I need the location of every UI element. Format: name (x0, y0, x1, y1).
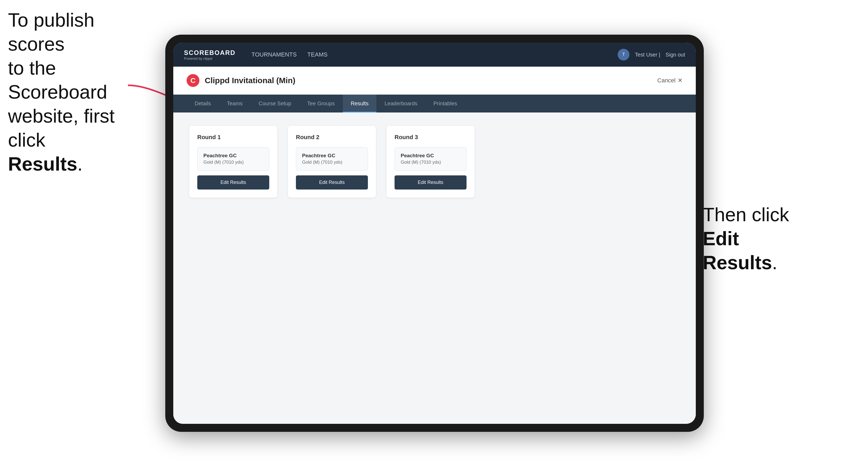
nav-teams[interactable]: TEAMS (307, 49, 328, 60)
tablet-screen: SCOREBOARD Powered by clippd TOURNAMENTS… (173, 43, 696, 424)
tab-results[interactable]: Results (343, 95, 377, 113)
tab-details[interactable]: Details (187, 95, 219, 113)
main-content: Round 1 Peachtree GC Gold (M) (7010 yds)… (173, 113, 696, 424)
user-avatar: T (618, 49, 629, 61)
cancel-button[interactable]: Cancel ✕ (657, 77, 682, 84)
round-3-course-name: Peachtree GC (401, 153, 460, 159)
round-2-edit-results-button[interactable]: Edit Results (296, 176, 368, 189)
instruction-line-2: to the Scoreboard (8, 57, 107, 103)
tab-printables[interactable]: Printables (426, 95, 465, 113)
round-2-card: Round 2 Peachtree GC Gold (M) (7010 yds)… (288, 126, 376, 197)
instruction-2-line-1: Then click (703, 204, 789, 225)
instruction-results-bold: Results (8, 153, 77, 175)
tournament-title-row: C Clippd Invitational (Min) (187, 74, 296, 87)
nav-links: TOURNAMENTS TEAMS (251, 49, 618, 60)
round-3-title: Round 3 (395, 134, 467, 141)
logo-title: SCOREBOARD (184, 49, 236, 57)
logo-area: SCOREBOARD Powered by clippd (184, 49, 236, 61)
sign-out-link[interactable]: Sign out (666, 52, 685, 58)
tournament-header: C Clippd Invitational (Min) Cancel ✕ (173, 67, 696, 95)
round-2-title: Round 2 (296, 134, 368, 141)
tab-course-setup[interactable]: Course Setup (251, 95, 299, 113)
round-3-edit-results-button[interactable]: Edit Results (395, 176, 467, 189)
instruction-edit-results-bold: Edit Results (703, 228, 772, 273)
navbar: SCOREBOARD Powered by clippd TOURNAMENTS… (173, 43, 696, 67)
tab-teams[interactable]: Teams (219, 95, 251, 113)
round-1-card: Round 1 Peachtree GC Gold (M) (7010 yds)… (189, 126, 277, 197)
instruction-line-4-prefix: click (8, 129, 45, 151)
round-2-course-card: Peachtree GC Gold (M) (7010 yds) (296, 147, 368, 170)
nav-tournaments[interactable]: TOURNAMENTS (251, 49, 297, 60)
tab-tee-groups[interactable]: Tee Groups (299, 95, 343, 113)
instruction-line-1: To publish scores (8, 9, 94, 55)
logo-subtitle: Powered by clippd (184, 57, 236, 61)
round-1-course-details: Gold (M) (7010 yds) (204, 160, 263, 165)
round-1-course-name: Peachtree GC (204, 153, 263, 159)
round-1-edit-results-button[interactable]: Edit Results (197, 176, 269, 189)
instruction-line-4-suffix: . (77, 153, 83, 175)
user-label: Test User | (635, 52, 660, 58)
instruction-2: Then click Edit Results. (703, 203, 815, 275)
round-1-course-card: Peachtree GC Gold (M) (7010 yds) (197, 147, 269, 170)
round-2-course-name: Peachtree GC (302, 153, 362, 159)
round-3-course-details: Gold (M) (7010 yds) (401, 160, 460, 165)
tab-bar: Details Teams Course Setup Tee Groups Re… (173, 95, 696, 113)
round-3-course-card: Peachtree GC Gold (M) (7010 yds) (395, 147, 467, 170)
tournament-name: Clippd Invitational (Min) (205, 76, 296, 85)
round-2-course-details: Gold (M) (7010 yds) (302, 160, 362, 165)
tournament-icon: C (187, 74, 199, 87)
tab-leaderboards[interactable]: Leaderboards (376, 95, 425, 113)
instruction-line-3: website, first (8, 105, 115, 127)
rounds-grid: Round 1 Peachtree GC Gold (M) (7010 yds)… (189, 126, 680, 197)
instruction-1: To publish scores to the Scoreboard webs… (8, 8, 120, 176)
tablet-frame: SCOREBOARD Powered by clippd TOURNAMENTS… (165, 35, 704, 432)
round-1-title: Round 1 (197, 134, 269, 141)
nav-right: T Test User | Sign out (618, 49, 685, 61)
round-3-card: Round 3 Peachtree GC Gold (M) (7010 yds)… (386, 126, 474, 197)
instruction-2-suffix: . (772, 252, 777, 273)
